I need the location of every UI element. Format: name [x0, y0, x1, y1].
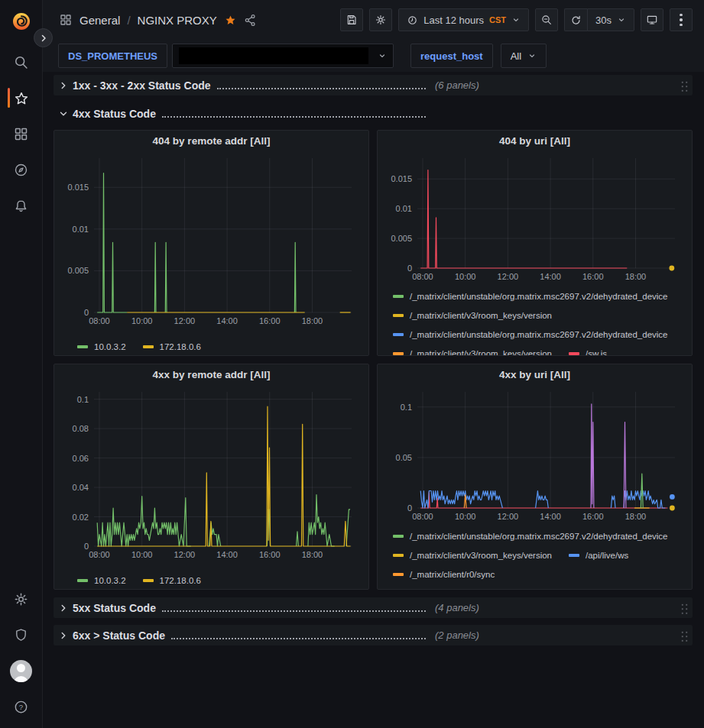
panel-title[interactable]: 4xx by uri [All]: [385, 364, 684, 386]
svg-text:18:00: 18:00: [302, 550, 323, 559]
chevron-right-icon: [58, 603, 69, 613]
svg-text:14:00: 14:00: [216, 550, 238, 559]
save-dashboard-button[interactable]: [340, 8, 363, 31]
kebab-icon: [680, 14, 683, 27]
legend-row: /_matrix/client/v3/room_keys/version/sw.…: [393, 344, 684, 356]
svg-text:10:00: 10:00: [455, 512, 476, 521]
legend-item[interactable]: 10.0.3.2: [77, 576, 126, 585]
sidebar-item-search[interactable]: [0, 44, 42, 80]
time-series-chart[interactable]: 08:0010:0012:0014:0016:0018:0000.020.040…: [62, 386, 361, 561]
tv-mode-button[interactable]: [641, 8, 663, 31]
dashboard-settings-button[interactable]: [369, 8, 392, 31]
row-title: 4xx Status Code: [73, 108, 156, 120]
legend-item[interactable]: /api/live/ws: [569, 551, 628, 560]
svg-text:16:00: 16:00: [582, 512, 604, 521]
legend-item[interactable]: /_matrix/client/v3/room_keys/version: [393, 311, 552, 320]
apps-grid-icon: [13, 126, 29, 142]
refresh-group: 30s: [564, 8, 634, 31]
sidebar: ?: [0, 0, 43, 728]
sidebar-item-configuration[interactable]: [0, 581, 42, 617]
legend-item[interactable]: /_matrix/client/v3/room_keys/version: [393, 551, 552, 560]
expand-sidebar-button[interactable]: [34, 28, 53, 47]
favorite-star-icon[interactable]: [224, 14, 237, 27]
shield-icon: [13, 627, 29, 643]
legend-row: 10.0.3.2172.18.0.6: [77, 337, 201, 356]
row-header-1xx-3xx-2xx[interactable]: 1xx - 3xx - 2xx Status Code (6 panels): [54, 75, 693, 95]
sidebar-item-starred[interactable]: [0, 80, 42, 116]
svg-text:18:00: 18:00: [625, 512, 647, 521]
gear-icon: [375, 14, 387, 26]
star-icon: [13, 90, 30, 107]
breadcrumb-title[interactable]: NGINX PROXY: [138, 14, 217, 27]
refresh-button[interactable]: [564, 8, 587, 31]
dot-leader: [162, 605, 426, 612]
svg-text:14:00: 14:00: [540, 512, 561, 521]
svg-text:0.06: 0.06: [73, 454, 89, 463]
sidebar-item-explore[interactable]: [0, 152, 42, 188]
sidebar-item-dashboards[interactable]: [0, 116, 42, 152]
row-drag-handle[interactable]: [680, 629, 688, 642]
breadcrumb-separator: /: [127, 14, 130, 27]
row-header-4xx[interactable]: 4xx Status Code: [54, 103, 693, 124]
chevron-down-icon: [378, 51, 387, 60]
legend-row: /_matrix/client/v3/room_keys/version/api…: [393, 545, 684, 565]
time-series-chart[interactable]: 08:0010:0012:0014:0016:0018:0000.050.1: [385, 386, 684, 523]
legend-item[interactable]: /_matrix/client/unstable/org.matrix.msc2…: [393, 292, 668, 301]
legend-item[interactable]: /_matrix/client/unstable/org.matrix.msc2…: [393, 589, 668, 590]
legend-swatch: [143, 579, 154, 582]
redacted-value: [179, 47, 368, 64]
panel-title[interactable]: 4xx by remote addr [All]: [62, 364, 361, 386]
variables-bar: DS_PROMETHEUS request_host All: [43, 40, 704, 72]
legend-item[interactable]: /_matrix/client/unstable/org.matrix.msc2…: [393, 532, 668, 541]
apps-grid-icon: [59, 13, 73, 27]
legend-item[interactable]: /_matrix/client/r0/sync: [393, 570, 495, 579]
time-range-picker[interactable]: Last 12 hours CST: [398, 8, 529, 31]
legend-swatch: [393, 535, 404, 538]
legend-item[interactable]: 172.18.0.6: [143, 342, 201, 351]
gear-icon: [13, 591, 29, 607]
row-header-5xx[interactable]: 5xx Status Code (4 panels): [54, 597, 693, 618]
row-header-6xx[interactable]: 6xx > Status Code (2 panels): [54, 625, 693, 645]
row-drag-handle[interactable]: [680, 79, 688, 92]
legend-row: /_matrix/client/unstable/org.matrix.msc2…: [393, 325, 684, 344]
svg-text:0: 0: [84, 308, 89, 317]
legend-item[interactable]: 172.18.0.6: [143, 576, 201, 585]
legend-row: /_matrix/client/v3/room_keys/version: [393, 306, 684, 325]
legend-swatch: [393, 314, 404, 317]
clock-icon: [407, 15, 418, 26]
sidebar-item-server-admin[interactable]: [0, 617, 42, 653]
svg-text:?: ?: [19, 703, 23, 711]
legend-item[interactable]: /_matrix/client/unstable/org.matrix.msc2…: [393, 330, 668, 339]
sidebar-item-profile[interactable]: [0, 653, 42, 689]
panel-legend: /_matrix/client/unstable/org.matrix.msc2…: [385, 286, 684, 356]
search-icon: [13, 54, 29, 70]
svg-text:12:00: 12:00: [498, 512, 519, 521]
svg-text:0.1: 0.1: [401, 403, 412, 412]
panel-title[interactable]: 404 by uri [All]: [385, 131, 684, 152]
request-host-select[interactable]: All: [501, 44, 547, 68]
svg-text:0.05: 0.05: [396, 453, 412, 462]
breadcrumb-section[interactable]: General: [79, 14, 120, 27]
panel-title[interactable]: 404 by remote addr [All]: [62, 131, 361, 152]
legend-item[interactable]: /_matrix/client/v3/room_keys/version: [393, 349, 552, 357]
zoom-out-icon: [540, 14, 553, 26]
legend-label: /_matrix/client/unstable/org.matrix.msc2…: [410, 292, 668, 301]
refresh-interval-select[interactable]: 30s: [587, 8, 634, 31]
datasource-select[interactable]: [172, 44, 394, 68]
panel-4xx-by-uri: 4xx by uri [All] 08:0010:0012:0014:0016:…: [377, 364, 693, 590]
time-series-chart[interactable]: 08:0010:0012:0014:0016:0018:0000.0050.01…: [385, 152, 684, 283]
time-series-chart[interactable]: 08:0010:0012:0014:0016:0018:0000.0050.01…: [62, 152, 361, 328]
legend-item[interactable]: 10.0.3.2: [77, 342, 126, 351]
legend-label: /_matrix/client/r0/sync: [410, 570, 495, 579]
legend-item[interactable]: /sw.js: [569, 349, 607, 357]
share-icon[interactable]: [244, 14, 257, 27]
panel-4xx-by-remote-addr: 4xx by remote addr [All] 08:0010:0012:00…: [54, 364, 369, 590]
row-drag-handle[interactable]: [680, 602, 688, 614]
legend-swatch: [393, 352, 404, 355]
dot-leader: [171, 633, 426, 639]
sidebar-item-help[interactable]: ?: [0, 689, 42, 725]
sidebar-item-alerting[interactable]: [0, 188, 42, 224]
row-title: 1xx - 3xx - 2xx Status Code: [73, 79, 211, 92]
more-options-button[interactable]: [670, 8, 693, 31]
zoom-out-time-button[interactable]: [535, 8, 558, 31]
